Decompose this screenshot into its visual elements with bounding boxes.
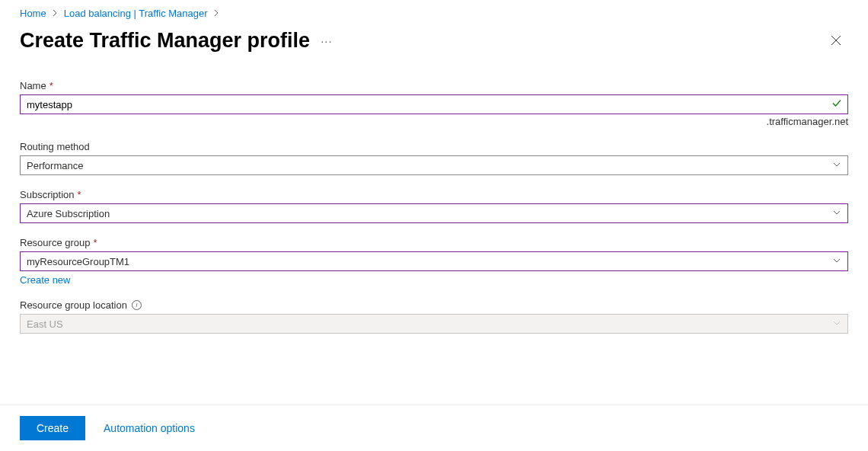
location-select: East US xyxy=(20,314,848,334)
chevron-down-icon xyxy=(832,160,841,171)
automation-options-link[interactable]: Automation options xyxy=(104,422,195,434)
info-icon[interactable]: i xyxy=(132,300,142,310)
name-input[interactable] xyxy=(20,94,848,114)
routing-label: Routing method xyxy=(20,141,90,152)
resource-group-label: Resource group* xyxy=(20,237,97,248)
subscription-label: Subscription* xyxy=(20,189,81,200)
resource-group-select[interactable]: myResourceGroupTM1 xyxy=(20,251,848,271)
more-icon[interactable]: ··· xyxy=(321,34,333,47)
chevron-down-icon xyxy=(832,208,841,219)
breadcrumb-load-balancing[interactable]: Load balancing | Traffic Manager xyxy=(64,8,208,19)
breadcrumb-home[interactable]: Home xyxy=(20,8,46,19)
page-header: Create Traffic Manager profile ··· xyxy=(0,24,868,66)
location-label: Resource group location i xyxy=(20,299,142,311)
name-label: Name* xyxy=(20,80,53,91)
form-area: Name* .trafficmanager.net Routing method… xyxy=(0,66,868,334)
create-new-link[interactable]: Create new xyxy=(20,274,70,286)
resource-group-value: myResourceGroupTM1 xyxy=(27,256,129,267)
chevron-right-icon xyxy=(53,8,58,19)
field-location: Resource group location i East US xyxy=(20,299,848,334)
required-icon: * xyxy=(78,189,81,200)
field-name: Name* .trafficmanager.net xyxy=(20,80,848,127)
routing-select[interactable]: Performance xyxy=(20,155,848,175)
create-button[interactable]: Create xyxy=(20,416,85,440)
required-icon: * xyxy=(49,80,53,91)
location-value: East US xyxy=(27,318,63,330)
subscription-value: Azure Subscription xyxy=(27,208,110,219)
chevron-right-icon xyxy=(214,8,219,19)
routing-value: Performance xyxy=(27,160,83,171)
breadcrumb: Home Load balancing | Traffic Manager xyxy=(0,0,868,24)
close-button[interactable] xyxy=(824,28,848,53)
footer-bar: Create Automation options xyxy=(0,405,868,451)
page-title: Create Traffic Manager profile xyxy=(20,29,310,53)
field-subscription: Subscription* Azure Subscription xyxy=(20,189,848,223)
checkmark-icon xyxy=(831,98,842,111)
close-icon xyxy=(831,35,841,46)
field-resource-group: Resource group* myResourceGroupTM1 Creat… xyxy=(20,237,848,286)
required-icon: * xyxy=(94,237,97,248)
chevron-down-icon xyxy=(832,256,841,267)
chevron-down-icon xyxy=(832,318,841,330)
subscription-select[interactable]: Azure Subscription xyxy=(20,203,848,223)
name-suffix: .trafficmanager.net xyxy=(20,116,848,127)
field-routing-method: Routing method Performance xyxy=(20,141,848,175)
